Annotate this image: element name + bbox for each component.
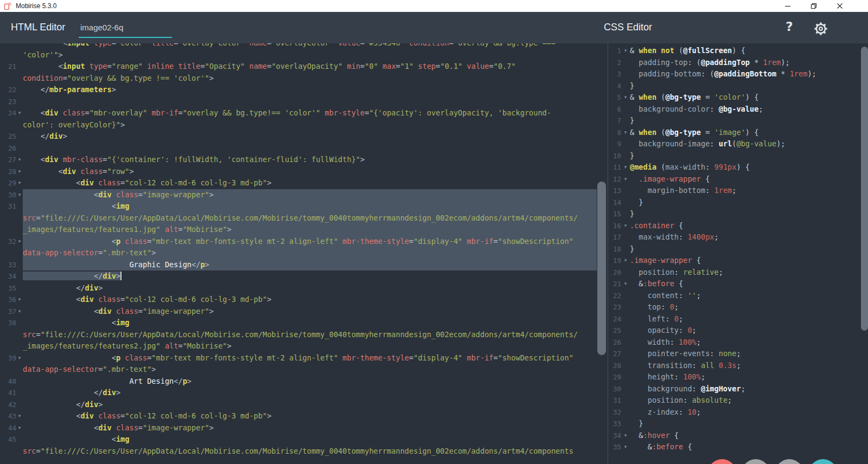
code-row[interactable]: 2 padding-top: (@paddingTop * 1rem); bbox=[608, 57, 868, 69]
code-row[interactable]: 17 max-width: 1400px; bbox=[608, 231, 868, 243]
code-row[interactable]: 'color'"> bbox=[0, 49, 597, 61]
code-row[interactable]: 21▾ &:before { bbox=[608, 278, 868, 290]
code-row[interactable]: 11▾@media (max-width: 991px) { bbox=[608, 162, 868, 173]
code-row[interactable]: 30▾ <div class="image-wrapper"> bbox=[0, 189, 597, 201]
code-row[interactable]: 31 <img bbox=[0, 201, 597, 212]
code-row[interactable]: 14 } bbox=[608, 197, 868, 209]
code-row[interactable]: 18} bbox=[608, 243, 868, 255]
code-row[interactable]: 32▾ <p class="mbr-text mbr-fonts-style m… bbox=[0, 236, 597, 248]
tab-image02-6q[interactable]: image02-6q bbox=[79, 20, 172, 38]
fold-arrow-icon[interactable]: ▾ bbox=[16, 189, 23, 201]
fold-arrow-icon[interactable]: ▾ bbox=[621, 430, 630, 442]
fold-arrow-icon[interactable]: ▾ bbox=[621, 255, 630, 267]
code-row[interactable]: 4} bbox=[608, 80, 868, 92]
code-row[interactable]: 9 background-image: url(@bg-value); bbox=[608, 138, 868, 150]
code-row[interactable]: 8▾& when (@bg-type = 'image') { bbox=[608, 127, 868, 139]
fold-arrow-icon[interactable]: ▾ bbox=[16, 154, 23, 166]
code-row[interactable]: 22 </mbr-parameters> bbox=[0, 84, 597, 96]
code-row[interactable]: 29 height: 100%; bbox=[608, 371, 868, 383]
code-row[interactable]: 22 content: ''; bbox=[608, 290, 868, 302]
fold-arrow-icon[interactable]: ▾ bbox=[16, 306, 23, 318]
code-row[interactable]: 34 </div> bbox=[0, 270, 597, 282]
code-row[interactable]: 23 top: 0; bbox=[608, 301, 868, 313]
help-button[interactable]: ? bbox=[780, 20, 799, 37]
code-row[interactable]: 36▾ <div class="col-12 col-md-6 col-lg-3… bbox=[0, 294, 597, 306]
restore-button[interactable] bbox=[801, 0, 827, 12]
fold-arrow-icon[interactable]: ▾ bbox=[16, 352, 23, 364]
html-editor-pane[interactable]: <input type="color" title="Overlay Color… bbox=[0, 43, 597, 464]
code-row[interactable]: 23 bbox=[0, 96, 597, 108]
code-row[interactable]: 34▾ &:hover { bbox=[608, 430, 868, 442]
fold-arrow-icon[interactable]: ▾ bbox=[621, 92, 630, 104]
code-row[interactable]: 7} bbox=[608, 115, 868, 127]
code-row[interactable]: 38 <img bbox=[0, 317, 597, 329]
code-row[interactable]: 3 padding-bottom: (@paddingBottom * 1rem… bbox=[608, 68, 868, 80]
fold-arrow-icon[interactable]: ▾ bbox=[621, 162, 630, 173]
code-row[interactable]: 10} bbox=[608, 150, 868, 162]
code-row[interactable]: 42 </div> bbox=[0, 399, 597, 411]
code-row[interactable]: <input type="color" title="Overlay Color… bbox=[0, 43, 597, 49]
fold-arrow-icon[interactable]: ▾ bbox=[621, 127, 630, 139]
css-editor-scrollbar[interactable] bbox=[861, 47, 868, 331]
code-row[interactable]: src="file:///C:/Users/User/AppData/Local… bbox=[0, 212, 597, 224]
close-button[interactable] bbox=[827, 0, 853, 12]
code-row[interactable]: 40 Art Design</p> bbox=[0, 376, 597, 388]
fold-arrow-icon[interactable]: ▾ bbox=[16, 236, 23, 248]
code-row[interactable]: 25 opacity: 0; bbox=[608, 325, 868, 337]
code-row[interactable]: 5▾& when (@bg-type = 'color') { bbox=[608, 92, 868, 104]
code-row[interactable]: 39▾ <p class="mbr-text mbr-fonts-style m… bbox=[0, 352, 597, 364]
code-row[interactable]: 41 </div> bbox=[0, 387, 597, 399]
code-row[interactable]: 19▾.image-wrapper { bbox=[608, 255, 868, 267]
code-row[interactable]: 25 </div> bbox=[0, 131, 597, 143]
code-row[interactable]: 12▾ .image-wrapper { bbox=[608, 173, 868, 185]
code-row[interactable]: 1▾& when not (@fullScreen) { bbox=[608, 45, 868, 57]
code-row[interactable]: 28 transition: all 0.3s; bbox=[608, 360, 868, 372]
code-row[interactable]: src="file:///C:/Users/User/AppData/Local… bbox=[0, 446, 597, 457]
code-row[interactable]: 35 </div> bbox=[0, 282, 597, 294]
code-row[interactable]: color': overlayColor}"> bbox=[0, 119, 597, 131]
code-row[interactable]: 45 <img bbox=[0, 434, 597, 446]
code-row[interactable]: src="file:///C:/Users/User/AppData/Local… bbox=[0, 329, 597, 341]
fold-arrow-icon[interactable]: ▾ bbox=[16, 294, 23, 306]
code-row[interactable]: _images/features/features2.jpg" alt="Mob… bbox=[0, 340, 597, 352]
code-row[interactable]: 32 z-index: 10; bbox=[608, 407, 868, 418]
fold-arrow-icon[interactable]: ▾ bbox=[16, 410, 23, 422]
code-row[interactable]: 26 bbox=[0, 143, 597, 154]
code-row[interactable]: 31 position: absolute; bbox=[608, 395, 868, 407]
code-row[interactable]: 24 left: 0; bbox=[608, 313, 868, 325]
code-row[interactable]: 15} bbox=[608, 208, 868, 220]
fold-arrow-icon[interactable]: ▾ bbox=[16, 166, 23, 178]
code-row[interactable]: condition="overlay && bg.type !== 'color… bbox=[0, 73, 597, 85]
code-row[interactable]: 27 pointer-events: none; bbox=[608, 348, 868, 360]
code-row[interactable]: 20 position: relative; bbox=[608, 267, 868, 279]
code-row[interactable]: data-app-selector=".mbr-text"> bbox=[0, 247, 597, 259]
code-row[interactable]: 30 background: @imgHover; bbox=[608, 383, 868, 395]
code-row[interactable]: 44▾ <div class="image-wrapper"> bbox=[0, 422, 597, 434]
code-row[interactable]: 21 <input type="range" inline title="Opa… bbox=[0, 61, 597, 73]
minimize-button[interactable] bbox=[775, 0, 801, 12]
code-row[interactable]: _images/features/features1.jpg" alt="Mob… bbox=[0, 224, 597, 236]
fold-arrow-icon[interactable]: ▾ bbox=[16, 177, 23, 189]
code-row[interactable]: 33 Graphic Design</p> bbox=[0, 259, 597, 271]
html-editor-scrollbar[interactable] bbox=[597, 182, 606, 355]
code-row[interactable]: 33 } bbox=[608, 418, 868, 430]
code-row[interactable]: 6 background-color: @bg-value; bbox=[608, 104, 868, 115]
settings-button[interactable] bbox=[810, 19, 831, 38]
code-row[interactable]: 43▾ <div class="col-12 col-md-6 col-lg-3… bbox=[0, 410, 597, 422]
code-row[interactable]: 28▾ <div class="row"> bbox=[0, 166, 597, 178]
css-editor-pane[interactable]: 1▾& when not (@fullScreen) {2 padding-to… bbox=[608, 43, 868, 464]
code-row[interactable]: 29▾ <div class="col-12 col-md-6 col-lg-3… bbox=[0, 177, 597, 189]
code-row[interactable]: 24▾ <div class="mbr-overlay" mbr-if="ove… bbox=[0, 107, 597, 119]
fold-arrow-icon[interactable]: ▾ bbox=[621, 441, 630, 453]
code-row[interactable]: 37▾ <div class="image-wrapper"> bbox=[0, 306, 597, 318]
code-row[interactable]: 35▾ &:before { bbox=[608, 441, 868, 453]
fold-arrow-icon[interactable]: ▾ bbox=[621, 45, 630, 57]
code-row[interactable]: 16▾.container { bbox=[608, 220, 868, 232]
fold-arrow-icon[interactable]: ▾ bbox=[621, 173, 630, 185]
fold-arrow-icon[interactable]: ▾ bbox=[621, 278, 630, 290]
code-row[interactable]: 26 width: 100%; bbox=[608, 337, 868, 349]
code-row[interactable]: data-app-selector=".mbr-text"> bbox=[0, 364, 597, 376]
fold-arrow-icon[interactable]: ▾ bbox=[16, 422, 23, 434]
fold-arrow-icon[interactable]: ▾ bbox=[16, 107, 23, 119]
fold-arrow-icon[interactable]: ▾ bbox=[621, 220, 630, 232]
